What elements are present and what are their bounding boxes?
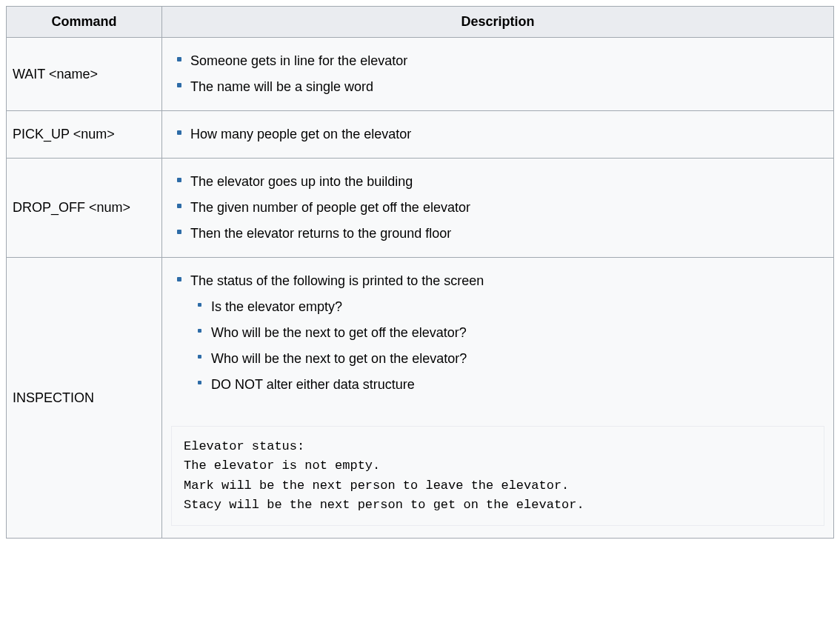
list-item: DO NOT alter either data structure	[211, 372, 827, 398]
command-cell-wait: WAIT <name>	[7, 38, 162, 111]
command-cell-dropoff: DROP_OFF <num>	[7, 159, 162, 258]
table-row: INSPECTION The status of the following i…	[7, 258, 834, 539]
description-cell-dropoff: The elevator goes up into the building T…	[162, 159, 834, 258]
description-cell-wait: Someone gets in line for the elevator Th…	[162, 38, 834, 111]
table-header-row: Command Description	[7, 7, 834, 38]
table-row: PICK_UP <num> How many people get on the…	[7, 111, 834, 159]
list-item: The given number of people get off the e…	[190, 195, 827, 221]
bullet-list: Someone gets in line for the elevator Th…	[168, 48, 827, 100]
list-item: The status of the following is printed t…	[190, 268, 827, 404]
bullet-list: The status of the following is printed t…	[168, 268, 827, 404]
header-command: Command	[7, 7, 162, 38]
list-item: The name will be a single word	[190, 74, 827, 100]
commands-table: Command Description WAIT <name> Someone …	[6, 6, 834, 539]
table-row: WAIT <name> Someone gets in line for the…	[7, 38, 834, 111]
description-cell-inspection: The status of the following is printed t…	[162, 258, 834, 539]
code-block: Elevator status: The elevator is not emp…	[171, 426, 824, 526]
bullet-list: How many people get on the elevator	[168, 121, 827, 147]
table-row: DROP_OFF <num> The elevator goes up into…	[7, 159, 834, 258]
list-item: The elevator goes up into the building	[190, 169, 827, 195]
list-item: Someone gets in line for the elevator	[190, 48, 827, 74]
list-item: Who will be the next to get off the elev…	[211, 320, 827, 346]
list-item: Is the elevator empty?	[211, 294, 827, 320]
command-cell-inspection: INSPECTION	[7, 258, 162, 539]
description-cell-pickup: How many people get on the elevator	[162, 111, 834, 159]
header-description: Description	[162, 7, 834, 38]
list-item: Then the elevator returns to the ground …	[190, 221, 827, 247]
list-item-text: The status of the following is printed t…	[190, 273, 484, 288]
nested-bullet-list: Is the elevator empty? Who will be the n…	[190, 294, 827, 398]
list-item: How many people get on the elevator	[190, 121, 827, 147]
bullet-list: The elevator goes up into the building T…	[168, 169, 827, 247]
list-item: Who will be the next to get on the eleva…	[211, 346, 827, 372]
command-cell-pickup: PICK_UP <num>	[7, 111, 162, 159]
